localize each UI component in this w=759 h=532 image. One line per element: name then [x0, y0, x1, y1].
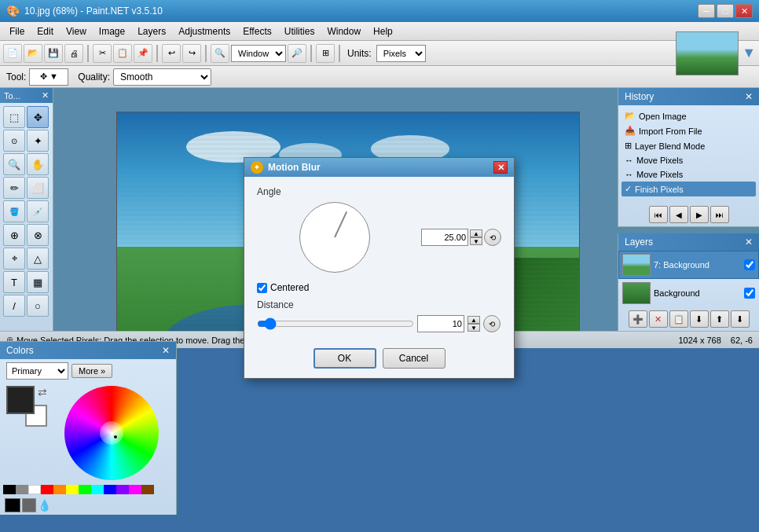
layer-visible-7[interactable]	[744, 259, 755, 270]
menu-file[interactable]: File	[3, 24, 31, 39]
ok-button[interactable]: OK	[314, 348, 376, 369]
layer-merge-btn[interactable]: ⬇	[690, 310, 709, 328]
menu-view[interactable]: View	[60, 24, 93, 39]
tool-line[interactable]: /	[3, 295, 25, 317]
copy-button[interactable]: 📋	[113, 44, 132, 63]
distance-reset-btn[interactable]: ⟲	[483, 315, 500, 332]
menu-effects[interactable]: Effects	[236, 24, 277, 39]
tool-paint-bucket[interactable]: 🪣	[3, 200, 25, 222]
tool-magic-wand[interactable]: ✦	[27, 130, 49, 152]
paste-button[interactable]: 📌	[134, 44, 152, 63]
history-item-open[interactable]: 📂 Open Image	[622, 108, 756, 123]
layer-down-btn[interactable]: ⬇	[731, 310, 750, 328]
history-close-icon[interactable]: ✕	[745, 91, 753, 102]
distance-spin-up[interactable]: ▲	[468, 316, 480, 324]
palette-green[interactable]	[79, 485, 91, 494]
quality-select[interactable]: Smooth Nearest Neighbor Bilinear Bicubic	[113, 68, 211, 86]
distance-slider[interactable]	[257, 315, 414, 332]
angle-spin-down[interactable]: ▼	[470, 237, 482, 245]
angle-input[interactable]: 25.00	[421, 229, 468, 246]
history-last-btn[interactable]: ⏭	[710, 206, 729, 223]
tool-clone[interactable]: ⊕	[3, 224, 25, 246]
open-button[interactable]: 📂	[24, 44, 42, 63]
save-button[interactable]: 💾	[44, 44, 63, 63]
primary-color-swatch[interactable]	[6, 386, 35, 414]
tool-color-picker[interactable]: 💉	[27, 200, 49, 222]
tool-text[interactable]: T	[3, 271, 25, 293]
tool-ellipse[interactable]: ○	[27, 295, 49, 317]
tool-move[interactable]: ✥	[27, 106, 49, 128]
color-wheel[interactable]	[64, 386, 159, 480]
menu-window[interactable]: Window	[321, 24, 367, 39]
palette-magenta[interactable]	[129, 485, 141, 494]
more-colors-button[interactable]: More »	[72, 364, 112, 378]
history-item-move2[interactable]: ↔ Move Pixels	[622, 167, 756, 182]
angle-reset-btn[interactable]: ⟲	[484, 229, 501, 246]
layers-close-icon[interactable]: ✕	[745, 237, 753, 248]
tool-arrow-btn[interactable]: ✥ ▼	[29, 68, 68, 86]
dialog-close-button[interactable]: ✕	[493, 161, 508, 174]
history-item-move1[interactable]: ↔ Move Pixels	[622, 153, 756, 167]
tool-zoom[interactable]: 🔍	[3, 153, 25, 175]
swap-colors-icon[interactable]: ⇄	[38, 386, 47, 398]
menu-adjustments[interactable]: Adjustments	[172, 24, 236, 39]
centered-checkbox[interactable]	[257, 283, 267, 293]
thumbnail-arrow[interactable]: ▼	[742, 45, 756, 61]
history-item-finish[interactable]: ✓ Finish Pixels	[622, 182, 756, 196]
tool-pencil[interactable]: ✏	[3, 177, 25, 199]
history-item-blend[interactable]: ⊞ Layer Blend Mode	[622, 138, 756, 153]
distance-spin-down[interactable]: ▼	[468, 324, 480, 332]
palette-blue[interactable]	[104, 485, 116, 494]
zoom-select[interactable]: Window 100% 68%	[231, 45, 286, 62]
print-button[interactable]: 🖨	[64, 44, 83, 63]
maximize-button[interactable]: □	[717, 4, 734, 18]
new-button[interactable]: 📄	[3, 44, 22, 63]
menu-edit[interactable]: Edit	[31, 24, 60, 39]
tool-eraser[interactable]: ⬜	[27, 177, 49, 199]
undo-button[interactable]: ↩	[162, 44, 181, 63]
history-first-btn[interactable]: ⏮	[649, 206, 668, 223]
palette-gray[interactable]	[16, 485, 28, 494]
layer-visible-bg[interactable]	[744, 288, 755, 299]
palette-white[interactable]	[28, 485, 41, 494]
cancel-button[interactable]: Cancel	[383, 348, 446, 369]
history-item-import[interactable]: 📥 Import From File	[622, 123, 756, 138]
cut-button[interactable]: ✂	[93, 44, 112, 63]
palette-brown[interactable]	[141, 485, 154, 494]
palette-purple[interactable]	[116, 485, 129, 494]
menu-image[interactable]: Image	[93, 24, 131, 39]
close-button[interactable]: ✕	[735, 4, 753, 18]
palette-black[interactable]	[3, 485, 16, 494]
motion-blur-dialog[interactable]: ✦ Motion Blur ✕ Angle 25.00 ▲ ▼ ⟲	[244, 157, 515, 379]
palette-red[interactable]	[41, 485, 53, 494]
grid-button[interactable]: ⊞	[316, 44, 335, 63]
zoom-out-button[interactable]: 🔍	[211, 44, 229, 63]
tool-recolor[interactable]: ⊗	[27, 224, 49, 246]
tool-shapes[interactable]: △	[27, 248, 49, 270]
angle-dial[interactable]	[299, 202, 370, 273]
swatch-black-sm[interactable]	[5, 498, 20, 512]
palette-orange[interactable]	[53, 485, 66, 494]
menu-help[interactable]: Help	[367, 24, 399, 39]
tool-gradient[interactable]: ▦	[27, 271, 49, 293]
tool-selector[interactable]: ✥ ▼	[29, 68, 68, 86]
menu-layers[interactable]: Layers	[131, 24, 172, 39]
layer-up-btn[interactable]: ⬆	[710, 310, 729, 328]
color-mode-select[interactable]: Primary Secondary	[6, 362, 68, 380]
distance-input[interactable]: 10	[417, 315, 464, 332]
swatch-gray-sm[interactable]	[22, 498, 36, 512]
layer-add-btn[interactable]: ➕	[629, 310, 647, 328]
layer-delete-btn[interactable]: ✕	[649, 310, 668, 328]
tool-rectangle[interactable]: ⬚	[3, 106, 25, 128]
tool-pan[interactable]: ✋	[27, 153, 49, 175]
colors-close-icon[interactable]: ✕	[162, 345, 170, 356]
layer-item-7[interactable]: 7: Background	[618, 251, 759, 279]
menu-utilities[interactable]: Utilities	[278, 24, 321, 39]
layer-item-bg[interactable]: Background	[618, 279, 759, 307]
minimize-button[interactable]: ─	[698, 4, 715, 18]
history-next-btn[interactable]: ▶	[690, 206, 709, 223]
palette-yellow[interactable]	[66, 485, 79, 494]
tools-close-icon[interactable]: ✕	[42, 90, 49, 101]
zoom-in-button[interactable]: 🔎	[288, 44, 306, 63]
palette-cyan[interactable]	[91, 485, 104, 494]
